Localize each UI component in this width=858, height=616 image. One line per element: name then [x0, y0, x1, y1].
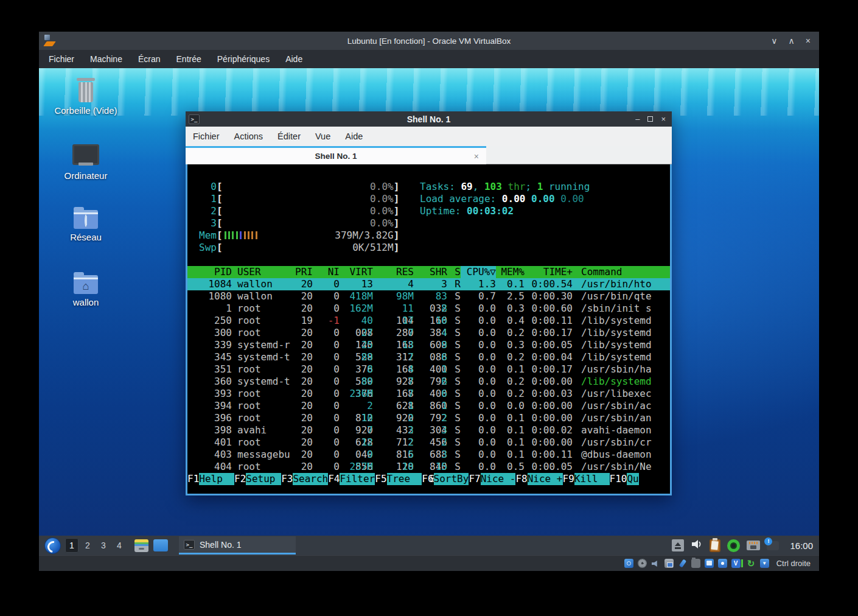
desktop-icon-wallon[interactable]: ⌂wallon — [48, 271, 124, 307]
column-header-S[interactable]: S — [447, 266, 461, 278]
process-row-398[interactable]: 398avahi200762837123456S0.00.10:00.02ava… — [187, 424, 670, 436]
workspace-button-1[interactable]: 1 — [65, 538, 78, 553]
shell-close-button[interactable]: × — [661, 114, 666, 124]
vbox-menu-machine[interactable]: Machine — [90, 54, 122, 64]
file-manager-icon[interactable] — [134, 539, 148, 552]
workspace-button-2[interactable]: 2 — [81, 538, 94, 553]
lubuntu-menu-icon[interactable] — [45, 538, 60, 553]
column-header-PID[interactable]: PID — [187, 266, 232, 278]
terminal-icon: >_ — [184, 540, 195, 550]
desktop-icon-réseau[interactable]: Réseau — [48, 206, 124, 242]
process-row-339[interactable]: 339systemd-r20025528133129088S0.00.30:00… — [187, 339, 670, 351]
column-header-TIME[interactable]: TIME+ — [525, 266, 573, 278]
process-row-401[interactable]: 401root2001204028162688S0.00.10:00.00/us… — [187, 436, 670, 449]
process-row-403[interactable]: 403messagebu200985651203840S0.00.10:00.1… — [187, 449, 670, 461]
column-header-NI[interactable]: NI — [313, 266, 340, 278]
fkey-f7[interactable]: F7Nice - — [469, 473, 515, 485]
task-label: Shell No. 1 — [200, 540, 241, 550]
audio-icon[interactable] — [651, 559, 660, 568]
process-row-394[interactable]: 394root200281219201792S0.00.00:00.00/usr… — [187, 400, 670, 412]
volume-icon[interactable] — [691, 538, 703, 553]
column-header-MEM[interactable]: MEM% — [496, 266, 525, 278]
globe-icon — [85, 214, 87, 227]
process-row-404[interactable]: 404root200257M1837215812S0.00.50:00.05/u… — [187, 461, 670, 473]
system-tray — [672, 538, 779, 553]
shell-menu-aide[interactable]: Aide — [345, 131, 363, 141]
workspace-button-3[interactable]: 3 — [97, 538, 110, 553]
tab-shell-no-1[interactable]: Shell No. 1 × — [186, 146, 486, 164]
fkey-f3[interactable]: F3Search — [281, 473, 328, 485]
clipboard-icon[interactable] — [710, 539, 720, 552]
column-header-Command[interactable]: Command — [573, 266, 670, 278]
network-icon[interactable] — [747, 541, 760, 550]
desktop-icon-label: wallon — [73, 297, 99, 307]
process-row-300[interactable]: 300root2002714071684608S0.00.20:00.17/li… — [187, 327, 670, 339]
fkey-f4[interactable]: F4Filter — [328, 473, 375, 485]
taskbar-task-shell[interactable]: >_ Shell No. 1 — [179, 536, 296, 555]
fkey-f8[interactable]: F8Nice + — [515, 473, 562, 485]
vbox-menu-aide[interactable]: Aide — [285, 54, 302, 64]
column-header-SHR[interactable]: SHR — [414, 266, 447, 278]
process-row-1084[interactable]: 1084wallon2001342044803584R1.30.10:00.54… — [187, 278, 670, 290]
shell-restore-button[interactable] — [647, 116, 653, 122]
fkey-f5[interactable]: F5Tree — [375, 473, 422, 485]
process-row-360[interactable]: 360systemd-t2008937671686400S0.00.20:00.… — [187, 376, 670, 388]
shell-menu-fichier[interactable]: Fichier — [193, 131, 220, 141]
fkey-f6[interactable]: F6SortBy — [422, 473, 469, 485]
htop-terminal[interactable]: 0[0.0%]1[0.0%]2[0.0%]3[0.0%]Mem[379M/3.8… — [186, 164, 672, 495]
process-row-351[interactable]: 351root200858049281792S0.00.10:00.17/usr… — [187, 363, 670, 376]
usb-icon[interactable] — [678, 559, 687, 568]
optical-disc-icon[interactable] — [638, 559, 647, 568]
vbox-close-button[interactable]: × — [806, 36, 811, 46]
vbox-menu-entrée[interactable]: Entrée — [176, 54, 201, 64]
tasks-line: Tasks: 69, 103 thr; 1 running — [420, 181, 590, 193]
fkey-f1[interactable]: F1Help — [187, 473, 234, 485]
process-row-1080[interactable]: 1080wallon200418M98M83032S0.72.50:00.30/… — [187, 290, 670, 303]
column-header-VIRT[interactable]: VIRT — [340, 266, 373, 278]
desktop-icon-corbeille[interactable]: Corbeille (Vide) — [48, 77, 124, 116]
column-header-USER[interactable]: USER — [232, 266, 290, 278]
display-icon[interactable] — [705, 559, 714, 568]
shared-folders-icon[interactable] — [691, 559, 700, 568]
network-adapters-icon[interactable] — [664, 559, 674, 568]
fkey-f2[interactable]: F2Setup — [234, 473, 281, 485]
virtualbox-window: Lubuntu [En fonction] - Oracle VM Virtua… — [39, 32, 819, 571]
shell-menu-actions[interactable]: Actions — [234, 131, 263, 141]
shell-minimize-button[interactable]: – — [635, 114, 640, 124]
eject-icon[interactable] — [672, 539, 684, 551]
clipboard-sync-icon[interactable]: ↻ — [747, 559, 756, 568]
vbox-minimize-button[interactable]: ∨ — [771, 36, 777, 46]
tab-close-icon[interactable]: × — [474, 152, 479, 161]
vbox-maximize-button[interactable]: ∧ — [789, 36, 795, 46]
notifications-icon[interactable] — [767, 541, 779, 550]
shell-menu-éditer[interactable]: Éditer — [277, 131, 301, 141]
desktop-icon-ordinateur[interactable]: Ordinateur — [48, 143, 124, 181]
vbox-window-title: Lubuntu [En fonction] - Oracle VM Virtua… — [39, 37, 819, 46]
features-icon[interactable]: V — [731, 559, 741, 568]
recording-icon[interactable] — [718, 559, 727, 568]
mem-meter: Mem[379M/3.82G] — [187, 229, 670, 242]
shell-menu-vue[interactable]: Vue — [315, 131, 330, 141]
column-header-PRI[interactable]: PRI — [290, 266, 313, 278]
computer-icon — [72, 143, 99, 167]
show-desktop-icon[interactable] — [153, 539, 168, 551]
network-folder-icon — [74, 210, 98, 229]
clock[interactable]: 16:00 — [790, 541, 813, 551]
vbox-menu-fichier[interactable]: Fichier — [49, 54, 74, 64]
vbox-menu-périphériques[interactable]: Périphériques — [217, 54, 270, 64]
download-arrow-icon[interactable]: ▼ — [760, 559, 769, 568]
workspace-button-4[interactable]: 4 — [113, 538, 126, 553]
fkey-f10[interactable]: F10Qu — [610, 473, 639, 485]
process-row-250[interactable]: 250root19-1400081728016384S0.00.40:00.11… — [187, 315, 670, 327]
process-row-393[interactable]: 393root200236M76286860S0.00.20:00.03/usr… — [187, 388, 670, 400]
shell-menubar: FichierActionsÉditerVueAide — [186, 127, 672, 146]
process-row-396[interactable]: 396root2001092024322304S0.00.10:00.00/us… — [187, 412, 670, 424]
process-row-1[interactable]: 1root200162M111048160S0.00.30:00.60/sbin… — [187, 303, 670, 315]
column-header-RES[interactable]: RES — [373, 266, 414, 278]
vbox-menu-écran[interactable]: Écran — [138, 54, 161, 64]
process-row-345[interactable]: 345systemd-t2008937671686400S0.00.20:00.… — [187, 351, 670, 363]
harddisk-icon[interactable] — [624, 559, 633, 568]
fkey-f9[interactable]: F9Kill — [563, 473, 610, 485]
column-header-CPU[interactable]: CPU%▽ — [461, 266, 496, 278]
updates-icon[interactable] — [727, 539, 740, 552]
